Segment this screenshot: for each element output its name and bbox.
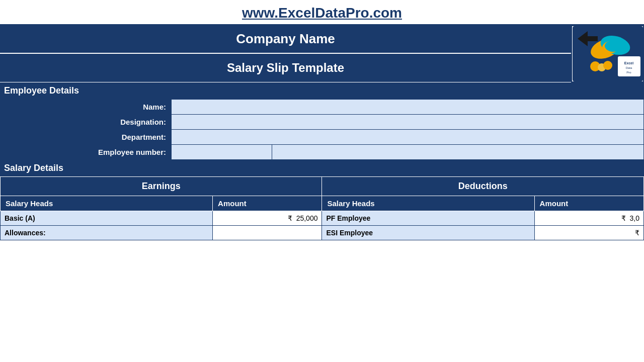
- employee-number-extra: [272, 145, 644, 160]
- earnings-deductions-header-row: Earnings Deductions: [1, 177, 644, 196]
- employee-number-label: Employee number:: [1, 145, 172, 160]
- logo-area: Excel Data Pro: [571, 25, 644, 82]
- department-label: Department:: [1, 130, 172, 145]
- deductions-header: Deductions: [322, 177, 644, 196]
- svg-text:Pro: Pro: [626, 71, 631, 74]
- table-row: Basic (A) ₹ 25,000 PF Employee ₹ 3,0: [1, 211, 644, 226]
- deductions-heads-subheader: Salary Heads: [322, 196, 534, 211]
- department-value[interactable]: [172, 130, 644, 145]
- pf-employee-label: PF Employee: [322, 211, 534, 226]
- earnings-heads-subheader: Salary Heads: [1, 196, 213, 211]
- website-url[interactable]: www.ExcelDataPro.com: [242, 5, 402, 21]
- designation-value[interactable]: [172, 115, 644, 130]
- table-row: Employee number:: [1, 145, 644, 160]
- header-content: Company Name Salary Slip Template: [0, 25, 571, 82]
- url-banner: www.ExcelDataPro.com: [0, 0, 644, 25]
- employee-section-header: Employee Details: [0, 82, 644, 99]
- salary-section-header: Salary Details: [0, 160, 644, 176]
- basic-label: Basic (A): [1, 211, 213, 226]
- allowances-label: Allowances:: [1, 226, 213, 240]
- header-area: Company Name Salary Slip Template: [0, 25, 644, 82]
- esi-employee-label: ESI Employee: [322, 226, 534, 240]
- allowances-amount: [213, 226, 322, 240]
- earnings-amount-subheader: Amount: [213, 196, 322, 211]
- company-name: Company Name: [0, 25, 571, 54]
- employee-number-value[interactable]: [172, 145, 272, 160]
- table-row: Designation:: [1, 115, 644, 130]
- salary-subheader-row: Salary Heads Amount Salary Heads Amount: [1, 196, 644, 211]
- name-value[interactable]: [172, 100, 644, 115]
- page-wrapper: www.ExcelDataPro.com Company Name Salary…: [0, 0, 644, 362]
- deductions-amount-subheader: Amount: [534, 196, 643, 211]
- name-label: Name:: [1, 100, 172, 115]
- svg-point-8: [603, 61, 612, 70]
- table-row: Department:: [1, 130, 644, 145]
- pf-employee-amount: ₹ 3,0: [534, 211, 643, 226]
- table-row: Name:: [1, 100, 644, 115]
- salary-table: Earnings Deductions Salary Heads Amount …: [0, 176, 644, 240]
- esi-employee-amount: ₹: [534, 226, 643, 240]
- basic-amount: ₹ 25,000: [213, 211, 322, 226]
- employee-details-table: Name: Designation: Department: Employee …: [0, 99, 644, 160]
- salary-slip-title: Salary Slip Template: [0, 54, 571, 82]
- svg-text:Data: Data: [625, 66, 632, 69]
- company-logo: Excel Data Pro: [573, 26, 643, 81]
- designation-label: Designation:: [1, 115, 172, 130]
- svg-text:Excel: Excel: [624, 61, 633, 65]
- earnings-header: Earnings: [1, 177, 322, 196]
- table-row: Allowances: ESI Employee ₹: [1, 226, 644, 240]
